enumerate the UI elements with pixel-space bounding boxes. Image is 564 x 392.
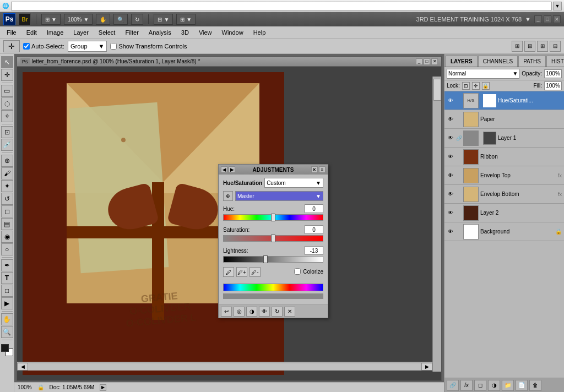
rotate-btn[interactable]: ↻ <box>131 14 143 25</box>
maximize-btn[interactable]: □ <box>544 15 551 23</box>
hue-value[interactable]: 0 <box>305 204 323 213</box>
canvas-close[interactable]: ✕ <box>431 58 438 65</box>
colorize-checkbox[interactable] <box>294 268 301 275</box>
layer-1[interactable]: 👁 🔗 Layer 1 <box>444 129 564 148</box>
quick-select-tool[interactable]: ✧ <box>1 110 13 122</box>
link-layers-btn[interactable]: 🔗 <box>447 380 459 391</box>
arrange-btn[interactable]: ⊞ ▼ <box>176 14 196 25</box>
move-tool[interactable]: ✛ <box>1 69 13 81</box>
adj-footer-btn-2[interactable]: ◎ <box>234 307 245 317</box>
layer-ribbon[interactable]: 👁 Ribbon <box>444 148 564 166</box>
layer-eye-env-top[interactable]: 👁 <box>447 172 454 179</box>
layer-background[interactable]: 👁 Background 🔒 <box>444 222 564 241</box>
pen-tool[interactable]: ✒ <box>1 259 13 271</box>
align-left-btn[interactable]: ⊞ <box>512 41 523 52</box>
sat-thumb[interactable] <box>271 235 275 242</box>
layer-eye-hue-sat[interactable]: 👁 <box>447 97 454 105</box>
blur-tool[interactable]: ◉ <box>1 231 13 243</box>
path-select[interactable]: ▶ <box>1 297 13 309</box>
menu-file[interactable]: File <box>2 27 21 38</box>
adj-expand-btn2[interactable]: ▶ <box>229 166 235 173</box>
layer-eye-env-bottom[interactable]: 👁 <box>447 190 454 198</box>
gradient-tool[interactable]: ▤ <box>1 218 13 230</box>
scrollbar-thumb[interactable] <box>433 79 441 101</box>
tab-history[interactable]: HISTORY <box>546 56 564 67</box>
tab-channels[interactable]: CHANNELS <box>478 56 518 67</box>
new-layer-btn[interactable]: 📄 <box>516 380 528 391</box>
menu-edit[interactable]: Edit <box>22 27 41 38</box>
selection-tool[interactable]: ↖ <box>1 56 13 68</box>
browser-arrow[interactable]: ▼ <box>553 2 562 10</box>
layer-eye-bg[interactable]: 👁 <box>447 228 454 236</box>
layer-eye-paper[interactable]: 👁 <box>447 116 454 123</box>
eraser-tool[interactable]: ◻ <box>1 205 13 217</box>
hand-tool-btn[interactable]: ✋ <box>96 14 110 25</box>
adj-menu-btn[interactable]: ≡ <box>319 166 326 173</box>
adj-footer-btn-6[interactable]: ✕ <box>284 307 295 317</box>
adj-footer-btn-4[interactable]: 👁 <box>259 307 270 317</box>
close-btn[interactable]: ✕ <box>553 15 561 23</box>
zoom-tool-btn[interactable]: 🔍 <box>113 14 128 25</box>
brush-tool[interactable]: 🖌 <box>1 167 13 179</box>
minimize-btn[interactable]: _ <box>534 15 542 23</box>
light-value[interactable]: -13 <box>305 246 323 255</box>
opacity-value[interactable]: 100% <box>544 69 562 78</box>
menu-image[interactable]: Image <box>42 27 68 38</box>
menu-select[interactable]: Select <box>94 27 120 38</box>
align-center-btn[interactable]: ⊞ <box>524 41 535 52</box>
menu-3d[interactable]: 3D <box>177 27 193 38</box>
canvas-maximize[interactable]: □ <box>424 58 430 65</box>
tab-paths[interactable]: PATHS <box>518 56 546 67</box>
menu-window[interactable]: Window <box>218 27 248 38</box>
status-arrow-btn[interactable]: ▶ <box>100 384 106 391</box>
align-right-btn[interactable]: ⊞ <box>537 41 548 52</box>
zoom-tool-left[interactable]: 🔍 <box>1 326 13 338</box>
history-brush[interactable]: ↺ <box>1 193 13 205</box>
new-fill-btn[interactable]: ◑ <box>488 380 500 391</box>
layer-eye-ribbon[interactable]: 👁 <box>447 153 454 161</box>
view-btn[interactable]: ⊟ ▼ <box>154 14 173 25</box>
ps-title-arrow[interactable]: ▼ <box>525 16 531 23</box>
image-mode-btn[interactable]: ⊞ ▼ <box>41 14 61 25</box>
layer-eye-layer2[interactable]: 👁 <box>447 209 454 217</box>
eyedropper-btn-3[interactable]: 🖊- <box>250 267 261 277</box>
menu-layer[interactable]: Layer <box>69 27 93 38</box>
delete-layer-btn[interactable]: 🗑 <box>529 380 541 391</box>
auto-select-checkbox[interactable] <box>23 43 30 50</box>
menu-analysis[interactable]: Analysis <box>144 27 176 38</box>
color-swatches[interactable] <box>1 344 13 356</box>
hue-thumb[interactable] <box>271 214 275 221</box>
layer-eye-layer1[interactable]: 👁 <box>447 134 454 142</box>
heal-tool[interactable]: ⊕ <box>1 155 13 167</box>
lock-all-btn[interactable]: 🔒 <box>482 82 490 90</box>
hand-tool[interactable]: ✋ <box>1 313 13 325</box>
text-tool[interactable]: T <box>1 272 13 284</box>
lasso-tool[interactable]: ◌ <box>1 97 13 110</box>
distribute-btn[interactable]: ⊟ <box>550 41 561 52</box>
menu-help[interactable]: Help <box>249 27 270 38</box>
foreground-swatch[interactable] <box>1 344 9 352</box>
adj-preset-dropdown[interactable]: Custom ▼ <box>264 178 323 188</box>
add-mask-btn[interactable]: ◻ <box>474 380 486 391</box>
light-track[interactable] <box>223 256 323 263</box>
scroll-left-btn[interactable]: ◀ <box>17 363 28 371</box>
adj-expand-btn[interactable]: ◀ <box>221 166 227 173</box>
dodge-tool[interactable]: ○ <box>1 243 13 255</box>
lock-position-btn[interactable]: ✛ <box>472 82 480 90</box>
adj-footer-btn-3[interactable]: ◑ <box>246 307 257 317</box>
hue-track[interactable] <box>223 214 323 221</box>
channel-dropdown[interactable]: Master ▼ <box>235 191 323 201</box>
marquee-tool[interactable]: ▭ <box>1 85 13 97</box>
crop-tool[interactable]: ⊡ <box>1 126 13 138</box>
layer-envelop-top[interactable]: 👁 Envelop Top fx <box>444 166 564 185</box>
menu-filter[interactable]: Filter <box>121 27 143 38</box>
layer-2[interactable]: 👁 Layer 2 <box>444 204 564 222</box>
eyedropper-btn-1[interactable]: 🖊 <box>223 267 234 277</box>
auto-select-dropdown[interactable]: Group ▼ <box>68 41 107 52</box>
shape-tool[interactable]: □ <box>1 285 13 297</box>
tab-layers[interactable]: LAYERS <box>446 56 478 67</box>
layer-hue-saturation[interactable]: 👁 H/S Hue/Saturati... <box>444 91 564 110</box>
layer-envelop-bottom[interactable]: 👁 Envelop Bottom fx <box>444 185 564 204</box>
menu-view[interactable]: View <box>194 27 216 38</box>
light-thumb[interactable] <box>263 255 268 263</box>
